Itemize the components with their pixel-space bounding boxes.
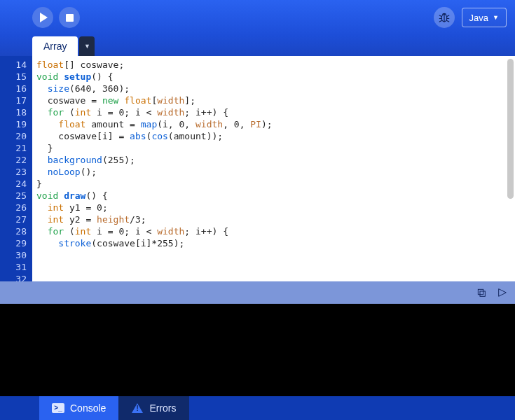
line-number-gutter: 14 15 16 17 18 19 20 21 22 23 24 25 26 2… [0, 56, 32, 281]
stop-icon [66, 14, 74, 22]
console-icon: >_ [52, 403, 64, 413]
language-select[interactable]: Java ▼ [462, 8, 507, 27]
language-label: Java [469, 13, 488, 23]
stop-button[interactable] [59, 7, 80, 28]
warning-icon [131, 403, 144, 413]
code-editor[interactable]: 14 15 16 17 18 19 20 21 22 23 24 25 26 2… [0, 56, 515, 281]
bottom-tab-bar: >_ Console Errors [0, 396, 515, 420]
toolbar: Java ▼ [0, 0, 515, 35]
file-tab-strip: Array ▼ [0, 35, 515, 56]
tab-dropdown-button[interactable]: ▼ [79, 36, 95, 56]
play-icon [40, 13, 48, 22]
console-header[interactable] [0, 281, 515, 304]
debugger-button[interactable] [434, 7, 455, 28]
tab-label: Array [43, 41, 67, 52]
svg-rect-3 [480, 291, 485, 296]
svg-marker-4 [499, 289, 507, 297]
bug-icon [438, 11, 451, 24]
tab-array[interactable]: Array [32, 36, 78, 56]
tab-console[interactable]: >_ Console [39, 396, 118, 420]
code-content[interactable]: float[] coswave;void setup() { size(640,… [32, 56, 515, 281]
copy-icon[interactable] [476, 287, 487, 298]
tab-console-label: Console [70, 402, 106, 414]
editor-scrollbar[interactable] [507, 59, 514, 199]
console-output [0, 304, 515, 396]
run-button[interactable] [32, 7, 53, 28]
svg-rect-2 [478, 289, 483, 294]
chevron-down-icon: ▼ [84, 43, 90, 50]
clear-icon[interactable] [497, 287, 508, 298]
chevron-down-icon: ▼ [493, 14, 499, 21]
tab-errors-label: Errors [149, 402, 176, 414]
tab-errors[interactable]: Errors [118, 396, 188, 420]
